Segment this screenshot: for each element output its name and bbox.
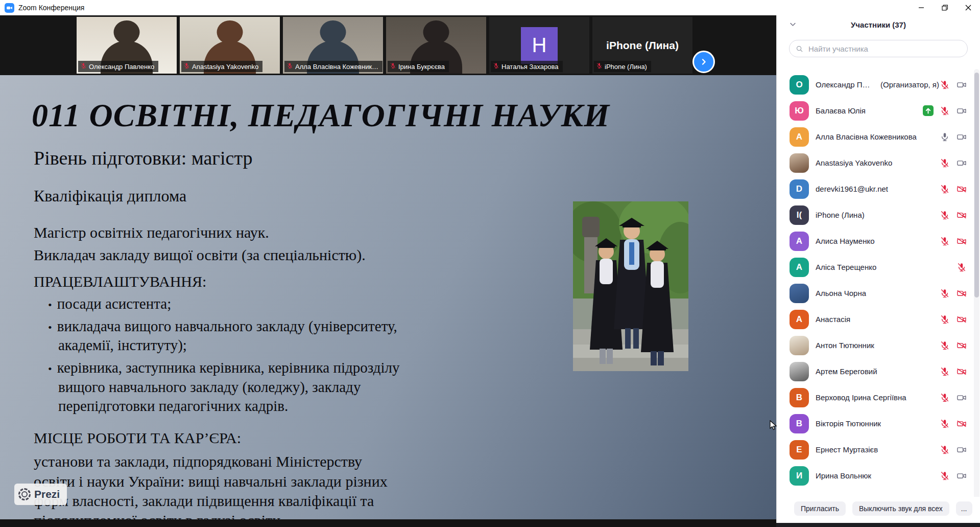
muted-mic-icon: [939, 314, 950, 325]
muted-mic-icon: [939, 236, 950, 247]
participant-row[interactable]: Dderevki1961@ukr.net: [777, 176, 972, 202]
video-tile-1[interactable]: Олександр Павленко: [77, 17, 177, 74]
camera-on-icon: [956, 79, 967, 90]
participant-name: Артем Береговий: [816, 367, 877, 376]
participant-name: Anastasiya Yakovenko: [816, 158, 892, 167]
participant-avatar-initial: I(: [790, 205, 809, 225]
video-tile-4[interactable]: Ірина Букрєєва: [386, 17, 486, 74]
title-bar: Zoom Конференция: [0, 0, 980, 16]
restore-button[interactable]: [933, 0, 957, 15]
participant-avatar-initial: Ю: [790, 101, 809, 121]
more-options-button[interactable]: ...: [956, 501, 972, 516]
participants-footer: Пригласить Выключить звук для всех ...: [777, 497, 980, 520]
participant-row[interactable]: ААлла Власівна Кожевникова: [777, 124, 972, 150]
participant-status-icons: [922, 105, 967, 117]
next-page-arrow-button[interactable]: [692, 51, 715, 73]
video-tile-3[interactable]: Алла Власівна Кожевник…: [283, 17, 383, 74]
participant-avatar-photo: [790, 336, 809, 355]
muted-mic-icon: [939, 105, 950, 117]
muted-mic-icon: [939, 184, 950, 195]
participant-name: Антон Тютюнник: [816, 341, 874, 350]
tile-name-label: Ірина Букрєєва: [388, 61, 449, 72]
slide-title: 011 ОСВІТНІ, ПЕДАГОГІЧНІ НАУКИ: [32, 97, 575, 134]
participant-avatar-initial: А: [790, 127, 809, 147]
participant-row[interactable]: ААлиса Науменко: [777, 228, 972, 254]
participant-avatar-initial: И: [790, 466, 809, 486]
participant-row[interactable]: ВВікторія Тютюнник: [777, 410, 972, 437]
participant-row[interactable]: ВВерховод Ірина Сергіївна: [777, 384, 972, 410]
slide-heading-qualification: Кваліфікація диплома: [34, 187, 575, 205]
participant-row[interactable]: ААнастасія: [777, 306, 972, 332]
video-filmstrip: Олександр Павленко Anastasiya Yakovenko …: [0, 15, 776, 75]
participant-row[interactable]: Антон Тютюнник: [777, 332, 972, 358]
video-tile-6[interactable]: iPhone (Лина)iPhone (Лина): [592, 17, 692, 74]
minimize-button[interactable]: [910, 0, 933, 15]
participant-status-icons: [939, 392, 967, 403]
muted-mic-icon: [939, 418, 950, 429]
close-button[interactable]: [957, 0, 980, 15]
participant-status-icons: [939, 236, 967, 247]
participant-row[interactable]: I(iPhone (Лина): [777, 202, 972, 228]
participant-status-icons: [939, 470, 967, 482]
chevron-down-icon[interactable]: [789, 20, 797, 30]
invite-button[interactable]: Пригласить: [794, 501, 846, 516]
participant-name: Верховод Ірина Сергіївна: [816, 393, 906, 402]
participant-avatar-initial: А: [790, 258, 809, 277]
participants-header: Участники (37): [777, 15, 980, 34]
muted-mic-icon: [596, 62, 603, 71]
slide-heading-career: МІСЦЕ РОБОТИ ТА КАР’ЄРА:: [34, 429, 575, 447]
participant-row[interactable]: Альона Чорна: [777, 280, 972, 306]
camera-off-icon: [956, 314, 967, 325]
tile-avatar-initial: Н: [521, 27, 558, 64]
participant-row[interactable]: Артем Береговий: [777, 358, 972, 384]
muted-mic-icon: [183, 62, 190, 71]
prezi-badge[interactable]: Prezi: [14, 484, 67, 505]
camera-off-icon: [956, 418, 967, 429]
muted-mic-icon: [390, 62, 396, 71]
muted-mic-icon: [286, 62, 293, 71]
participant-row[interactable]: ЮБалаєва Юлія: [777, 98, 972, 124]
participant-name: derevki1961@ukr.net: [816, 185, 888, 193]
slide-bullet: керівника, заступника керівника, керівни…: [48, 358, 421, 416]
tile-name-label: Алла Власівна Кожевник…: [284, 61, 383, 72]
participant-avatar-initial: О: [790, 75, 809, 95]
participant-status-icons: [939, 340, 967, 351]
video-tile-5[interactable]: ННаталья Захарова: [489, 17, 589, 74]
camera-on-icon: [956, 157, 967, 169]
participant-row[interactable]: ООлександр Па…(Организатор, я): [777, 72, 972, 98]
video-tile-2[interactable]: Anastasiya Yakovenko: [180, 17, 280, 74]
slide-bullet: викладача вищого навчального закладу (ун…: [48, 317, 421, 355]
muted-mic-icon: [939, 444, 950, 455]
participant-row[interactable]: ЕЕрнест Муртазієв: [777, 437, 972, 463]
muted-mic-icon: [939, 157, 950, 169]
participant-status-icons: [939, 79, 967, 90]
participant-role-suffix: (Организатор, я): [880, 80, 939, 89]
participant-name: Вікторія Тютюнник: [816, 419, 881, 428]
participant-name: Балаєва Юлія: [816, 106, 866, 115]
muted-mic-icon: [939, 366, 950, 377]
muted-mic-icon: [939, 470, 950, 482]
participant-name: Ернест Муртазієв: [816, 445, 878, 454]
participant-avatar-photo: [790, 284, 809, 303]
camera-off-icon: [956, 210, 967, 221]
participant-avatar-initial: Е: [790, 440, 809, 460]
scrollbar-thumb[interactable]: [974, 73, 979, 297]
screen-share-icon: [922, 105, 934, 117]
participant-status-icons: [956, 262, 967, 273]
muted-mic-icon: [939, 340, 950, 351]
search-input[interactable]: [807, 44, 961, 54]
participant-status-icons: [939, 314, 967, 325]
participant-row[interactable]: ААліса Терещенко: [777, 254, 972, 280]
muted-mic-icon: [493, 62, 499, 71]
participant-row[interactable]: ИИрина Вольнюк: [777, 463, 972, 489]
mute-all-button[interactable]: Выключить звук для всех: [852, 501, 949, 516]
camera-on-icon: [956, 392, 967, 403]
prezi-logo-icon: [18, 488, 31, 500]
participant-name: iPhone (Лина): [816, 211, 865, 219]
slide-career-text: установи та заклади, підпорядковані Міні…: [34, 452, 391, 527]
participant-status-icons: [939, 157, 967, 169]
slide-subtitle: Рівень підготовки: магістр: [34, 147, 575, 169]
participant-row[interactable]: Anastasiya Yakovenko: [777, 150, 972, 176]
muted-mic-icon: [939, 79, 950, 90]
participant-name: Ирина Вольнюк: [816, 471, 871, 480]
